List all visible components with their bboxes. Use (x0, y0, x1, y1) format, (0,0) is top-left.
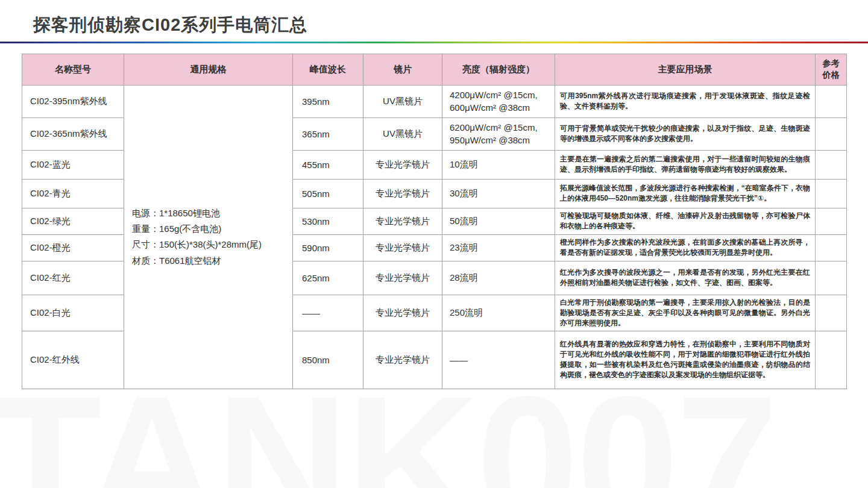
lens-cell: 专业光学镜片 (363, 331, 442, 389)
brightness-cell: 4200μW/cm² @15cm, 600μW/cm² @38cm (442, 85, 555, 117)
flashlight-spec-table: 名称型号 通用规格 峰值波长 镜片 亮度（辐射强度） 主要应用场景 参考 价格 … (22, 54, 847, 389)
wavelength-cell: 365nm (293, 117, 363, 150)
scenario-cell: 可用于背景简单或荧光干扰较少的痕迹搜索，以及对于指纹、足迹、生物斑迹等的增强显示… (555, 117, 816, 150)
brightness-cell: —— (442, 331, 555, 389)
wavelength-cell: —— (293, 295, 363, 331)
price-cell (816, 331, 847, 389)
wavelength-cell: 505nm (293, 179, 363, 208)
brightness-cell: 30流明 (442, 179, 555, 208)
wavelength-cell: 590nm (293, 234, 363, 261)
wavelength-cell: 625nm (293, 261, 363, 295)
price-cell (816, 208, 847, 234)
wavelength-cell: 530nm (293, 208, 363, 234)
table-row: CI02-395nm紫外线 电源：1*18650锂电池 重量：165g(不含电池… (22, 85, 847, 117)
model-cell: CI02-红外线 (22, 331, 124, 389)
brightness-cell: 6200μW/cm² @15cm, 950μW/cm² @38cm (442, 117, 555, 150)
model-cell: CI02-青光 (22, 179, 124, 208)
lens-cell: 专业光学镜片 (363, 179, 442, 208)
col-header-price: 参考 价格 (816, 54, 847, 85)
brightness-cell: 28流明 (442, 261, 555, 295)
page-header: 探客刑侦勘察CI02系列手电筒汇总 (0, 0, 868, 43)
scenario-cell: 橙光同样作为多次搜索的补充波段光源，在前面多次搜索的基础上再次所寻，看是否有新的… (555, 234, 816, 261)
lens-cell: 专业光学镜片 (363, 295, 442, 331)
model-cell: CI02-365nm紫外线 (22, 117, 124, 150)
lens-cell: UV黑镜片 (363, 85, 442, 117)
price-cell (816, 295, 847, 331)
col-header-specs: 通用规格 (124, 54, 293, 85)
price-cell (816, 117, 847, 150)
col-header-model: 名称型号 (22, 54, 124, 85)
wavelength-cell: 850nm (293, 331, 363, 389)
price-cell (816, 150, 847, 179)
scenario-cell: 白光常用于刑侦勘察现场的第一遍搜寻，主要采用掠入射的光检验法，目的是勘验现场是否… (555, 295, 816, 331)
rainbow-divider (0, 42, 868, 43)
page-title: 探客刑侦勘察CI02系列手电筒汇总 (33, 14, 868, 36)
specs-cell: 电源：1*18650锂电池 重量：165g(不含电池) 尺寸：150(长)*38… (124, 85, 293, 389)
model-cell: CI02-395nm紫外线 (22, 85, 124, 117)
model-cell: CI02-白光 (22, 295, 124, 331)
model-cell: CI02-蓝光 (22, 150, 124, 179)
lens-cell: 专业光学镜片 (363, 234, 442, 261)
header-row: 名称型号 通用规格 峰值波长 镜片 亮度（辐射强度） 主要应用场景 参考 价格 (22, 54, 847, 85)
brightness-cell: 250流明 (442, 295, 555, 331)
scenario-cell: 主要是在第一遍搜索之后的第二遍搜索使用，对于一些遗留时间较短的生物痕迹、显示剂增… (555, 150, 816, 179)
price-cell (816, 179, 847, 208)
scenario-cell: 拓展光源峰值波长范围，多波段光源进行各种搜索检测，“在暗室条件下，衣物上的体液用… (555, 179, 816, 208)
lens-cell: UV黑镜片 (363, 117, 442, 150)
lens-cell: 专业光学镜片 (363, 261, 442, 295)
brightness-cell: 50流明 (442, 208, 555, 234)
model-cell: CI02-红光 (22, 261, 124, 295)
lens-cell: 专业光学镜片 (363, 208, 442, 234)
brightness-cell: 23流明 (442, 234, 555, 261)
price-cell (816, 261, 847, 295)
price-cell (816, 234, 847, 261)
col-header-lens: 镜片 (363, 54, 442, 85)
model-cell: CI02-绿光 (22, 208, 124, 234)
scenario-cell: 红外线具有显著的热效应和穿透力特性，在刑侦勘察中，主要利用不同物质对于可见光和红… (555, 331, 816, 389)
price-cell (816, 85, 847, 117)
scenario-cell: 红光作为多次搜寻的波段光源之一，用来看是否有的发现，另外红光主要在红外照相前对油… (555, 261, 816, 295)
model-cell: CI02-橙光 (22, 234, 124, 261)
brightness-cell: 10流明 (442, 150, 555, 179)
wavelength-cell: 455nm (293, 150, 363, 179)
lens-cell: 专业光学镜片 (363, 150, 442, 179)
wavelength-cell: 395nm (293, 85, 363, 117)
col-header-wavelength: 峰值波长 (293, 54, 363, 85)
scenario-cell: 可检验现场可疑物质如体液、纤维、油漆碎片及射击残留物等，亦可检验尸体和衣物上的各… (555, 208, 816, 234)
scenario-cell: 可用395nm紫外线再次进行现场痕迹搜索，用于发现体液斑迹、指纹足迹检验、文件资… (555, 85, 816, 117)
col-header-scenario: 主要应用场景 (555, 54, 816, 85)
col-header-brightness: 亮度（辐射强度） (442, 54, 555, 85)
